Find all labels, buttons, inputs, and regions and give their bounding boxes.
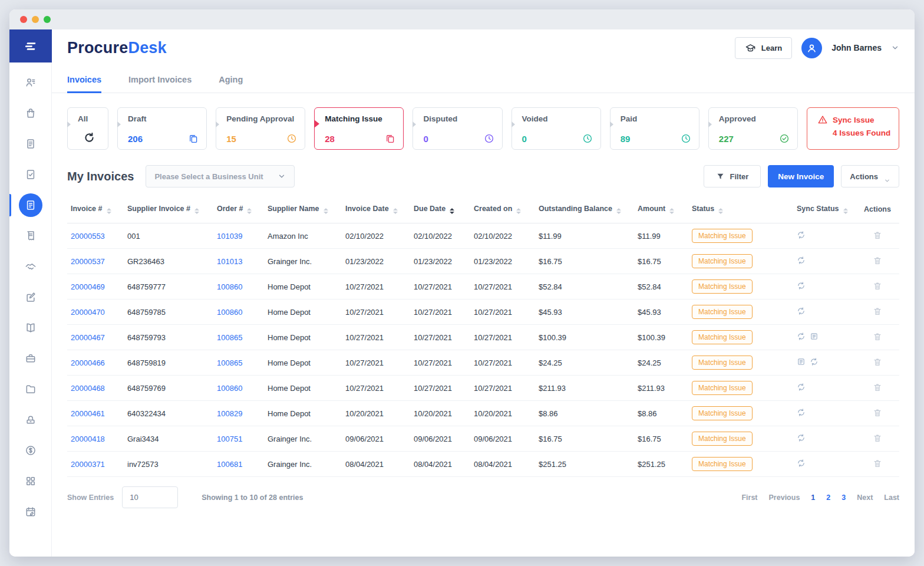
column-header-invoice-[interactable]: Invoice #: [67, 196, 124, 223]
column-header-invoice-date[interactable]: Invoice Date: [342, 196, 410, 223]
order-number-link[interactable]: 100860: [217, 308, 242, 317]
status-card-voided[interactable]: Voided 0: [512, 107, 601, 150]
business-unit-select[interactable]: Please Select a Business Unit: [146, 165, 294, 187]
invoice-number-link[interactable]: 20000371: [71, 460, 105, 469]
sort-arrows-icon[interactable]: [107, 208, 111, 214]
trash-icon[interactable]: [873, 433, 882, 443]
filter-button[interactable]: Filter: [704, 165, 761, 187]
order-number-link[interactable]: 100860: [217, 384, 242, 393]
sidebar-item-purchase-order[interactable]: [9, 131, 51, 157]
order-number-link[interactable]: 100681: [217, 460, 242, 469]
status-card-matching-issue[interactable]: Matching Issue 28: [314, 107, 404, 150]
sidebar-item-users[interactable]: [9, 70, 51, 96]
order-number-link[interactable]: 101039: [217, 232, 242, 241]
zoom-button[interactable]: [44, 16, 51, 23]
learn-button[interactable]: Learn: [735, 37, 792, 59]
trash-icon[interactable]: [873, 383, 882, 392]
last-page-link[interactable]: Last: [884, 493, 899, 502]
sidebar-item-shopping-bag[interactable]: [9, 100, 51, 126]
trash-icon[interactable]: [873, 256, 882, 265]
column-header-supplier-name[interactable]: Supplier Name: [264, 196, 342, 223]
status-card-draft[interactable]: Draft 206: [117, 107, 207, 150]
sync-icon[interactable]: [797, 281, 806, 290]
order-number-link[interactable]: 100865: [217, 333, 242, 342]
status-card-disputed[interactable]: Disputed 0: [412, 107, 502, 150]
column-header-due-date[interactable]: Due Date: [410, 196, 470, 223]
page-number-3[interactable]: 3: [842, 493, 846, 502]
minimize-button[interactable]: [32, 16, 39, 23]
sort-arrows-icon[interactable]: [843, 208, 848, 214]
sort-arrows-icon[interactable]: [194, 208, 199, 214]
sidebar-item-currency[interactable]: [9, 437, 51, 463]
sync-icon[interactable]: [797, 408, 806, 417]
invoice-number-link[interactable]: 20000553: [71, 232, 105, 241]
sidebar-item-scale[interactable]: [9, 407, 51, 433]
trash-icon[interactable]: [873, 307, 882, 316]
sort-arrows-icon[interactable]: [616, 208, 621, 214]
sidebar-item-receipt[interactable]: [9, 223, 51, 249]
invoice-number-link[interactable]: 20000461: [71, 409, 105, 418]
sync-icon[interactable]: [797, 256, 806, 265]
sync-icon[interactable]: [797, 459, 806, 468]
procuredesk-logo-mark[interactable]: [9, 29, 52, 62]
sidebar-item-calendar-edit[interactable]: [9, 499, 51, 525]
next-page-link[interactable]: Next: [857, 493, 873, 502]
trash-icon[interactable]: [873, 281, 882, 291]
trash-icon[interactable]: [873, 459, 882, 468]
sort-arrows-icon[interactable]: [718, 208, 723, 214]
sidebar-item-invoices[interactable]: [9, 192, 51, 218]
column-header-outstanding-balance[interactable]: Outstanding Balance: [535, 196, 634, 223]
status-card-approved[interactable]: Approved 227: [708, 107, 798, 150]
trash-icon[interactable]: [873, 357, 882, 367]
sync-icon[interactable]: [797, 383, 806, 391]
invoice-number-link[interactable]: 20000466: [71, 358, 105, 367]
sync-icon[interactable]: [797, 332, 806, 341]
sort-arrows-icon[interactable]: [450, 208, 454, 214]
column-header-supplier-invoice-[interactable]: Supplier Invoice #: [124, 196, 213, 223]
order-number-link[interactable]: 100751: [217, 435, 242, 443]
order-number-link[interactable]: 100829: [217, 409, 242, 418]
sidebar-item-document-check[interactable]: [9, 162, 51, 187]
sort-arrows-icon[interactable]: [669, 208, 674, 214]
column-header-status[interactable]: Status: [688, 196, 793, 223]
invoice-number-link[interactable]: 20000469: [71, 282, 105, 291]
page-number-1[interactable]: 1: [811, 493, 815, 502]
column-header-created-on[interactable]: Created on: [470, 196, 535, 223]
status-card-pending-approval[interactable]: Pending Approval 15: [216, 107, 305, 150]
sync-icon[interactable]: [797, 433, 806, 442]
trash-icon[interactable]: [873, 332, 882, 341]
tab-aging[interactable]: Aging: [219, 66, 243, 93]
sort-arrows-icon[interactable]: [393, 208, 398, 214]
user-avatar[interactable]: [801, 38, 822, 58]
document-icon[interactable]: [797, 357, 806, 366]
sidebar-item-toolbox[interactable]: [9, 345, 51, 371]
sort-arrows-icon[interactable]: [247, 208, 252, 214]
sort-arrows-icon[interactable]: [516, 208, 521, 214]
column-header-order-[interactable]: Order #: [213, 196, 264, 223]
invoice-number-link[interactable]: 20000470: [71, 308, 105, 317]
column-header-actions[interactable]: Actions: [856, 196, 899, 223]
sidebar-item-handshake[interactable]: [9, 254, 51, 279]
user-name[interactable]: John Barnes: [831, 43, 882, 52]
sidebar-item-apps-grid[interactable]: [9, 468, 51, 494]
invoice-number-link[interactable]: 20000468: [71, 384, 105, 393]
column-header-sync-status[interactable]: Sync Status: [793, 196, 856, 223]
status-card-paid[interactable]: Paid 89: [610, 107, 699, 150]
page-number-2[interactable]: 2: [826, 493, 830, 502]
sidebar-item-catalog[interactable]: [9, 315, 51, 341]
sort-arrows-icon[interactable]: [324, 208, 328, 214]
document-icon[interactable]: [810, 332, 819, 341]
sidebar-item-folder[interactable]: [9, 376, 51, 402]
invoice-number-link[interactable]: 20000418: [71, 435, 105, 443]
tab-import-invoices[interactable]: Import Invoices: [128, 66, 192, 93]
chevron-down-icon[interactable]: [891, 44, 899, 52]
column-header-amount[interactable]: Amount: [634, 196, 688, 223]
order-number-link[interactable]: 101013: [217, 257, 242, 266]
new-invoice-button[interactable]: New Invoice: [768, 165, 834, 187]
sync-icon[interactable]: [810, 357, 819, 366]
sidebar-item-document-edit[interactable]: [9, 284, 51, 310]
actions-button[interactable]: Actions: [841, 165, 899, 187]
order-number-link[interactable]: 100860: [217, 282, 242, 291]
sync-icon[interactable]: [797, 307, 806, 315]
trash-icon[interactable]: [873, 408, 882, 417]
